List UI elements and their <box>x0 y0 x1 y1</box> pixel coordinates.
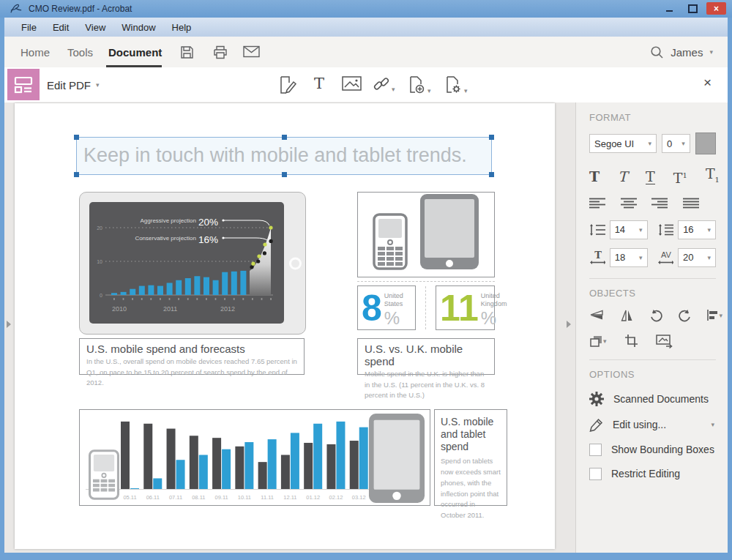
flip-vertical-button[interactable] <box>589 309 605 321</box>
align-right-button[interactable] <box>651 198 668 209</box>
link-tool-icon[interactable]: ▾ <box>373 75 395 93</box>
font-size-select[interactable]: 0▾ <box>662 134 690 153</box>
superscript-button[interactable]: T1 <box>673 168 687 185</box>
forecast-bar <box>157 286 163 295</box>
menu-bar: File Edit View Window Help <box>4 18 728 37</box>
tablet-icon <box>368 413 425 504</box>
headline-selection[interactable]: Keep in touch with mobile and tablet tre… <box>76 137 492 175</box>
selection-handle[interactable] <box>489 135 494 140</box>
stat-us-box[interactable]: 8 UnitedStates % <box>357 285 416 330</box>
svg-text:07.11: 07.11 <box>169 494 182 501</box>
forecast-bar <box>185 278 191 295</box>
conservative-dot <box>250 265 253 269</box>
right-caption-box[interactable]: U.S. vs. U.K. mobile spend Mobile spend … <box>357 338 495 375</box>
selection-handle[interactable] <box>282 135 287 140</box>
italic-button[interactable]: T <box>618 169 627 184</box>
search-icon[interactable] <box>650 45 664 59</box>
edit-using-option[interactable]: Edit using... ▾ <box>589 418 716 432</box>
add-page-caret-icon[interactable]: ▾ <box>427 87 431 94</box>
character-spacing-select[interactable]: 20▾ <box>678 248 716 267</box>
maximize-button[interactable] <box>683 2 703 15</box>
email-icon[interactable] <box>243 45 260 58</box>
svg-text:2011: 2011 <box>163 305 177 313</box>
tablet-bar <box>359 428 368 489</box>
smartphone-bar <box>143 424 152 489</box>
subscript-button[interactable]: T1 <box>706 166 720 187</box>
align-center-button[interactable] <box>621 198 637 209</box>
page-options-caret-icon[interactable]: ▾ <box>464 87 468 94</box>
bottom-note-box[interactable]: U.S. mobile and tablet spend Spend on ta… <box>434 409 507 506</box>
paragraph-spacing-select[interactable]: 16▾ <box>678 220 716 239</box>
stat-us-label: UnitedStates <box>384 292 403 308</box>
scanned-documents-option[interactable]: Scanned Documents <box>589 392 716 406</box>
font-family-select[interactable]: Segoe UI▾ <box>589 134 657 153</box>
page-options-icon[interactable]: ▾ <box>444 75 468 94</box>
menu-file[interactable]: File <box>13 20 45 35</box>
conservative-dot <box>256 259 260 263</box>
link-caret-icon[interactable]: ▾ <box>392 86 395 93</box>
feature-phone-icon <box>87 449 121 500</box>
bold-button[interactable]: T <box>589 169 600 184</box>
edit-pdf-label[interactable]: Edit PDF <box>47 79 91 92</box>
add-image-icon[interactable] <box>342 75 362 92</box>
print-icon[interactable] <box>213 45 228 59</box>
edit-text-images-icon[interactable] <box>278 75 297 94</box>
tab-tools[interactable]: Tools <box>67 37 93 67</box>
selection-handle[interactable] <box>74 172 79 177</box>
show-bounding-boxes-checkbox[interactable] <box>589 444 602 456</box>
align-left-button[interactable] <box>589 198 605 209</box>
right-pane-expand-icon[interactable] <box>567 321 571 328</box>
svg-text:20: 20 <box>97 225 102 231</box>
font-color-swatch[interactable] <box>695 132 716 154</box>
svg-text:2012: 2012 <box>220 305 235 313</box>
selection-handle[interactable] <box>74 135 79 140</box>
spend-chart-box[interactable]: 05.1106.1107.1108.1109.1110.1111.1112.11… <box>79 409 430 506</box>
left-pane-expand-icon[interactable] <box>7 321 11 328</box>
restrict-editing-option[interactable]: Restrict Editing <box>589 468 716 480</box>
minimize-button[interactable] <box>660 2 679 15</box>
underline-button[interactable]: T <box>646 169 655 184</box>
close-panel-icon[interactable]: × <box>703 75 712 91</box>
menu-help[interactable]: Help <box>164 20 200 35</box>
restrict-editing-checkbox[interactable] <box>589 468 602 480</box>
horizontal-scale-select[interactable]: 18▾ <box>610 248 648 267</box>
right-caption-heading: U.S. vs. U.K. mobile spend <box>365 343 488 367</box>
user-menu[interactable]: James <box>671 46 703 59</box>
show-bounding-boxes-option[interactable]: Show Bounding Boxes <box>589 444 716 456</box>
stat-uk-percent-sign: % <box>481 311 507 326</box>
pdf-page[interactable]: Keep in touch with mobile and tablet tre… <box>15 103 555 549</box>
headline-text[interactable]: Keep in touch with mobile and tablet tre… <box>77 138 491 173</box>
tab-document[interactable]: Document <box>108 37 162 67</box>
forecast-tablet-graphic[interactable]: 20100Aggressive projection20%Conservativ… <box>79 192 306 335</box>
selection-handle[interactable] <box>489 172 494 177</box>
replace-image-button[interactable] <box>656 334 673 348</box>
stat-uk-box[interactable]: 11 UnitedKingdom % <box>436 285 495 330</box>
line-spacing-select[interactable]: 14▾ <box>610 220 648 239</box>
arrange-objects-button[interactable]: ▾ <box>589 335 607 348</box>
flip-horizontal-button[interactable] <box>619 309 635 321</box>
tablet-bar <box>268 439 277 489</box>
spend-chart-svg: 05.1106.1107.1108.1109.1110.1111.1112.11… <box>119 416 371 505</box>
menu-view[interactable]: View <box>77 20 113 35</box>
align-objects-button[interactable]: ▾ <box>706 309 722 321</box>
rotate-ccw-button[interactable] <box>649 309 663 322</box>
save-icon[interactable] <box>180 45 194 59</box>
rotate-cw-button[interactable] <box>678 309 692 322</box>
align-justify-button[interactable] <box>683 198 699 209</box>
devices-graphic-box[interactable] <box>357 192 495 277</box>
edit-pdf-caret-icon[interactable]: ▾ <box>96 81 100 89</box>
menu-window[interactable]: Window <box>113 20 163 35</box>
selection-handle[interactable] <box>282 172 287 177</box>
crop-button[interactable] <box>624 334 638 348</box>
left-caption-box[interactable]: U.S. mobile spend and forecasts In the U… <box>79 338 305 375</box>
svg-text:Conservative projection: Conservative projection <box>135 235 196 242</box>
edit-using-caret-icon[interactable]: ▾ <box>711 421 714 428</box>
edit-pdf-tool-icon[interactable] <box>7 69 40 100</box>
add-page-icon[interactable]: ▾ <box>408 75 431 94</box>
close-button[interactable]: × <box>706 2 726 15</box>
add-text-icon[interactable]: T <box>314 75 324 92</box>
smartphone-bar <box>212 438 221 489</box>
menu-edit[interactable]: Edit <box>45 20 77 35</box>
tab-home[interactable]: Home <box>20 37 50 67</box>
forecast-bar <box>111 293 117 295</box>
